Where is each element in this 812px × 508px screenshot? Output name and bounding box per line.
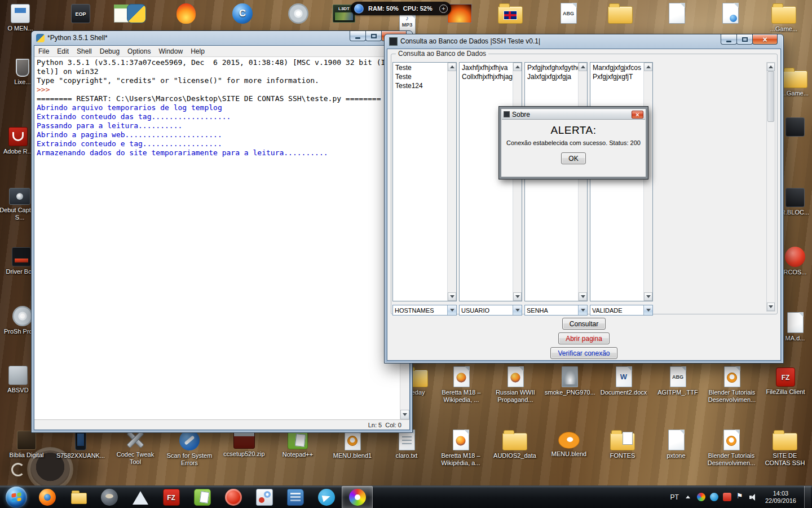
desktop-icon[interactable] [594,2,646,25]
action-button[interactable]: Consultar [562,318,606,330]
desktop-icon[interactable]: MENU.blend [543,429,595,458]
scroll-up-button[interactable] [644,63,652,71]
desktop-icon[interactable]: Bíblia Digital [1,429,52,459]
desktop-icon[interactable]: Notepad++ [272,429,324,458]
desktop-icon[interactable]: smoke_PNG970... [544,366,595,396]
desktop-icon[interactable]: Codec Tweak Tool [109,429,161,466]
scroll-up-button[interactable] [513,63,522,71]
combo-hostnames[interactable]: HOSTNAMES [392,305,457,316]
tray-expand-button[interactable] [683,493,692,502]
listbox-senha[interactable]: Pxfgjhxfghxfgytho Jalxfgjxfgjxfgja [524,62,588,301]
list-item[interactable]: Teste124 [394,81,447,90]
list-item[interactable]: Marxfgjxfgjxfcos [591,63,643,72]
taskbar-item[interactable] [218,486,249,508]
desktop-icon[interactable]: AUDIOS2_data [489,429,541,459]
taskbar-item[interactable] [280,486,311,508]
dropdown-button[interactable] [578,305,587,315]
desktop-icon[interactable]: ABG AGITPM_.TTF [652,366,704,396]
desktop-icon[interactable]: Russian WWII Propagand... [489,366,541,404]
taskbar-item[interactable] [32,486,63,508]
taskbar-item[interactable] [311,486,342,508]
close-button[interactable] [752,34,778,45]
desktop-icon[interactable] [704,2,756,25]
scroll-down-button[interactable] [448,292,456,301]
scroll-up-button[interactable] [767,63,775,71]
desktop-icon[interactable]: O MEN... [0,2,46,32]
language-indicator[interactable]: PT [670,493,679,501]
dropdown-button[interactable] [643,305,652,315]
scroll-down-button[interactable] [400,410,409,419]
desktop-icon[interactable]: S7582XXUANK... [55,429,107,459]
taskbar-item[interactable] [249,486,280,508]
action-button[interactable]: Abrir pagina [558,332,610,344]
menu-item[interactable]: Window [155,46,187,56]
show-desktop-button[interactable] [804,486,811,508]
sobre-titlebar[interactable]: Sobre [502,110,645,120]
desktop-icon[interactable] [111,2,162,25]
list-item[interactable]: Jalxfgjxfgjxfgja [526,72,578,81]
desktop-icon[interactable]: C [217,2,268,25]
tray-icon[interactable] [749,493,757,501]
taskbar-item[interactable] [342,486,373,508]
combo-senha[interactable]: SENHA [524,305,588,316]
desktop-icon[interactable]: ccsetup520.zip [218,429,270,458]
minimize-button[interactable] [721,34,737,45]
tray-icon[interactable] [736,493,744,501]
tray-icon[interactable] [710,493,718,501]
start-button[interactable] [6,487,27,508]
list-item[interactable]: Teste [394,72,447,81]
desktop-icon[interactable]: MENU.blend1 [326,429,378,459]
scrollbar[interactable] [643,63,652,301]
list-item[interactable]: PxfgjxfgjxgfjT [591,72,643,81]
scroll-up-button[interactable] [448,63,456,71]
dropdown-button[interactable] [513,305,522,315]
clock[interactable]: 14:03 22/09/2016 [762,490,800,505]
dropdown-button[interactable] [447,305,456,315]
desktop-icon[interactable] [160,2,212,25]
action-button[interactable]: Verificar conexão [550,347,617,359]
menu-item[interactable]: Edit [53,46,73,56]
tray-icon[interactable] [697,493,705,501]
menu-item[interactable]: File [34,46,53,56]
tray-icon[interactable] [723,493,731,501]
desktop-icon[interactable]: Blender Tutoriais Desenvolvimen... [706,366,758,404]
menu-item[interactable]: Shell [73,46,96,56]
desktop-icon[interactable] [272,2,324,25]
listbox-hostnames[interactable]: Teste Teste Teste124 [392,62,457,301]
scrollbar[interactable] [447,63,456,301]
desktop-icon[interactable]: claro.txt [381,429,433,459]
listbox-validade[interactable]: Marxfgjxfgjxfcos PxfgjxfgjxgfjT [590,62,653,301]
menu-item[interactable]: Help [187,46,209,56]
desktop-icon[interactable]: FONTES [597,429,648,459]
desktop-icon[interactable]: Beretta M18 – Wikipedia, ... [435,366,487,404]
scroll-down-button[interactable] [644,292,652,301]
desktop-icon[interactable]: ...Game... [758,2,810,33]
combo-validade[interactable]: VALIDADE [590,305,653,316]
maximize-button[interactable] [736,34,753,45]
ok-button[interactable]: OK [561,152,585,164]
desktop-icon[interactable]: Scan for System Errors [164,429,215,467]
maximize-button[interactable] [365,31,382,41]
desktop-icon[interactable] [651,2,703,25]
scroll-down-button[interactable] [513,292,522,301]
scroll-thumb[interactable] [767,71,774,122]
list-item[interactable]: Jaxhfjxfhjxfhjva [460,63,513,72]
desktop-icon[interactable] [484,2,536,25]
desktop-icon[interactable]: Blender Tutoriais Desenvolvimen... [705,429,757,467]
scrollbar[interactable] [766,62,775,312]
scroll-up-button[interactable] [579,63,587,71]
minimize-button[interactable] [350,31,366,41]
desktop-icon[interactable]: Beretta M18 – Wikipédia, a... [435,429,487,467]
scroll-down-button[interactable] [767,303,775,311]
scrollbar[interactable] [513,63,522,301]
desktop-icon[interactable]: FZ FileZilla Client [760,366,811,396]
taskbar-item[interactable] [94,486,125,508]
scrollbar[interactable] [578,63,587,301]
taskbar-item[interactable] [187,486,218,508]
scroll-down-button[interactable] [579,292,587,301]
listbox-usuario[interactable]: Jaxhfjxfhjxfhjva Collxfhjxfhjxfhjage [459,62,522,301]
desktop-icon[interactable]: SITE DE CONTAS SSH [759,429,811,467]
combo-usuario[interactable]: USUARIO [459,305,522,316]
list-item[interactable]: Collxfhjxfhjxfhjage [460,72,513,81]
menu-item[interactable]: Debug [96,46,123,56]
